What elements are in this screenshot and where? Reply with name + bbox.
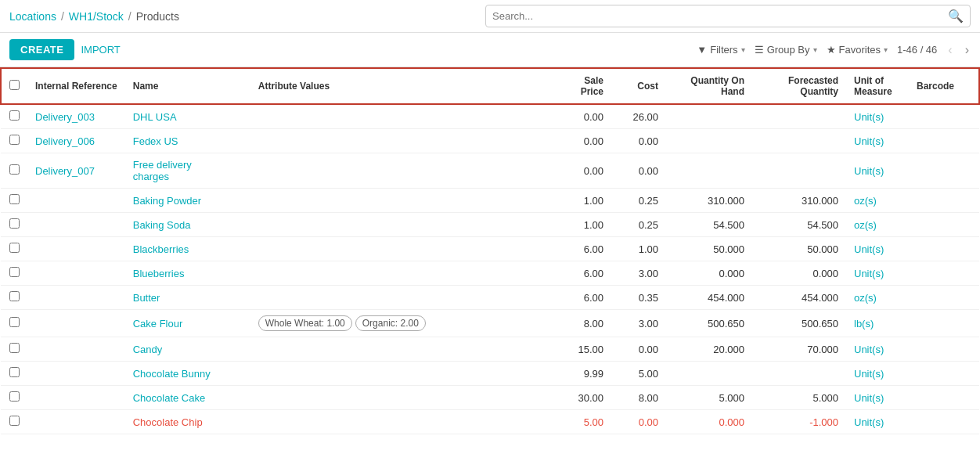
row-uom: Unit(s) xyxy=(846,153,909,189)
row-sale-price: 9.99 xyxy=(549,362,611,386)
row-sale-price: 5.00 xyxy=(549,410,611,434)
row-sale-price: 6.00 xyxy=(549,261,611,286)
row-uom: oz(s) xyxy=(846,213,909,237)
pagination-prev[interactable]: ‹ xyxy=(946,43,953,57)
row-barcode xyxy=(909,310,979,337)
row-checkbox-cell xyxy=(1,261,27,286)
row-checkbox-cell xyxy=(1,153,27,189)
row-qty-on-hand xyxy=(666,129,752,153)
table-row: Baking Soda1.000.2554.50054.500oz(s) xyxy=(1,213,979,237)
row-ref[interactable]: Delivery_003 xyxy=(27,104,125,129)
import-button[interactable]: IMPORT xyxy=(81,44,120,56)
row-checkbox[interactable] xyxy=(9,367,20,377)
row-checkbox[interactable] xyxy=(9,267,20,277)
breadcrumb-wh1stock[interactable]: WH1/Stock xyxy=(69,10,124,23)
breadcrumb-sep-1: / xyxy=(61,10,64,23)
row-ref[interactable]: Delivery_006 xyxy=(27,129,125,153)
row-ref xyxy=(27,189,125,213)
row-forecasted-qty xyxy=(752,362,846,386)
table-row: Chocolate Chip5.000.000.000-1.000Unit(s) xyxy=(1,410,979,434)
row-uom: Unit(s) xyxy=(846,362,909,386)
row-checkbox[interactable] xyxy=(9,391,20,402)
breadcrumb-locations[interactable]: Locations xyxy=(9,10,56,23)
row-attr xyxy=(250,104,549,129)
row-name[interactable]: Baking Powder xyxy=(125,189,250,213)
row-sale-price: 6.00 xyxy=(549,286,611,310)
row-qty-on-hand: 500.650 xyxy=(666,310,752,337)
filters-arrow: ▾ xyxy=(741,45,745,54)
toolbar-right: ▼ Filters ▾ ☰ Group By ▾ ★ Favorites ▾ 1… xyxy=(697,43,971,57)
row-name[interactable]: Free deliverycharges xyxy=(125,153,250,189)
row-qty-on-hand xyxy=(666,104,752,129)
row-attr xyxy=(250,261,549,286)
header-attribute-values: Attribute Values xyxy=(250,68,549,104)
row-name[interactable]: Candy xyxy=(125,337,250,362)
row-barcode xyxy=(909,237,979,261)
row-barcode xyxy=(909,129,979,153)
row-name[interactable]: DHL USA xyxy=(125,104,250,129)
row-uom: Unit(s) xyxy=(846,237,909,261)
row-uom: Unit(s) xyxy=(846,129,909,153)
row-barcode xyxy=(909,153,979,189)
row-ref xyxy=(27,213,125,237)
group-by-button[interactable]: ☰ Group By ▾ xyxy=(755,44,817,56)
row-checkbox[interactable] xyxy=(9,135,20,145)
row-forecasted-qty xyxy=(752,104,846,129)
search-input[interactable] xyxy=(492,10,948,22)
row-name[interactable]: Butter xyxy=(125,286,250,310)
header-qty-on-hand: Quantity OnHand xyxy=(666,68,752,104)
row-forecasted-qty: 50.000 xyxy=(752,237,846,261)
pagination-next[interactable]: › xyxy=(964,43,971,57)
row-cost: 3.00 xyxy=(611,310,666,337)
row-qty-on-hand: 5.000 xyxy=(666,386,752,410)
row-name[interactable]: Chocolate Cake xyxy=(125,386,250,410)
create-button[interactable]: CREATE xyxy=(9,39,74,60)
row-name[interactable]: Baking Soda xyxy=(125,213,250,237)
row-checkbox[interactable] xyxy=(9,343,20,353)
row-name[interactable]: Chocolate Chip xyxy=(125,410,250,434)
row-ref xyxy=(27,286,125,310)
row-cost: 0.00 xyxy=(611,337,666,362)
search-bar[interactable]: 🔍 xyxy=(485,5,971,27)
row-name[interactable]: Chocolate Bunny xyxy=(125,362,250,386)
row-qty-on-hand: 0.000 xyxy=(666,410,752,434)
favorites-button[interactable]: ★ Favorites ▾ xyxy=(827,44,888,56)
row-cost: 1.00 xyxy=(611,237,666,261)
row-attr xyxy=(250,153,549,189)
breadcrumb-products: Products xyxy=(136,10,179,23)
row-checkbox[interactable] xyxy=(9,218,20,229)
row-checkbox[interactable] xyxy=(9,317,20,327)
row-attr xyxy=(250,337,549,362)
header-forecasted-qty: ForecastedQuantity xyxy=(752,68,846,104)
row-uom: Unit(s) xyxy=(846,261,909,286)
row-checkbox[interactable] xyxy=(9,110,20,121)
table-row: Blackberries6.001.0050.00050.000Unit(s) xyxy=(1,237,979,261)
row-checkbox[interactable] xyxy=(9,243,20,253)
filters-button[interactable]: ▼ Filters ▾ xyxy=(697,44,744,56)
row-uom: Unit(s) xyxy=(846,386,909,410)
breadcrumb-sep-2: / xyxy=(128,10,132,23)
row-checkbox[interactable] xyxy=(9,164,20,175)
select-all-checkbox[interactable] xyxy=(9,80,20,90)
row-checkbox-cell xyxy=(1,189,27,213)
row-barcode xyxy=(909,189,979,213)
row-checkbox-cell xyxy=(1,386,27,410)
row-checkbox-cell xyxy=(1,237,27,261)
row-barcode xyxy=(909,213,979,237)
attribute-tag: Whole Wheat: 1.00 xyxy=(258,315,352,331)
row-ref[interactable]: Delivery_007 xyxy=(27,153,125,189)
row-qty-on-hand xyxy=(666,362,752,386)
row-forecasted-qty: 54.500 xyxy=(752,213,846,237)
row-checkbox[interactable] xyxy=(9,416,20,426)
row-checkbox[interactable] xyxy=(9,291,20,301)
row-name[interactable]: Blackberries xyxy=(125,237,250,261)
row-uom: oz(s) xyxy=(846,189,909,213)
favorites-icon: ★ xyxy=(827,44,836,56)
row-name[interactable]: Blueberries xyxy=(125,261,250,286)
row-name[interactable]: Fedex US xyxy=(125,129,250,153)
row-checkbox-cell xyxy=(1,362,27,386)
row-name[interactable]: Cake Flour xyxy=(125,310,250,337)
row-ref xyxy=(27,237,125,261)
row-barcode xyxy=(909,261,979,286)
row-checkbox[interactable] xyxy=(9,194,20,204)
